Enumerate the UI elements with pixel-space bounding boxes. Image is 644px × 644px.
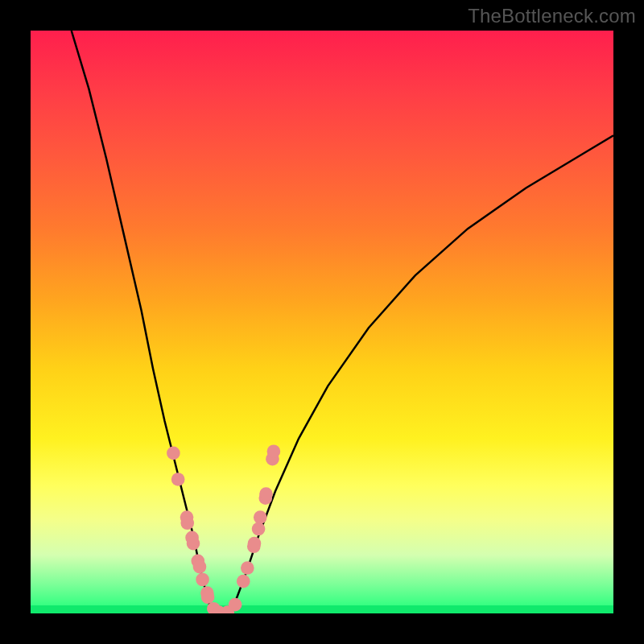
watermark-text: TheBottleneck.com [468, 5, 636, 27]
plot-area [31, 31, 613, 613]
dots-left [167, 447, 225, 613]
data-point [266, 452, 279, 466]
data-point [191, 555, 204, 568]
data-point [241, 561, 254, 575]
data-point [258, 491, 272, 505]
data-point [196, 573, 209, 587]
data-point [171, 473, 185, 486]
data-point [267, 444, 281, 458]
data-point [259, 487, 273, 501]
baseline-strip [31, 605, 613, 613]
data-point [185, 531, 199, 545]
data-point [180, 516, 194, 530]
data-point [247, 539, 261, 553]
curve-right [229, 135, 613, 613]
data-point [254, 510, 267, 524]
data-point [252, 522, 266, 536]
data-point [187, 537, 200, 551]
dots-right [221, 444, 280, 613]
data-point [193, 560, 207, 574]
data-point [237, 575, 250, 588]
chart-container: TheBottleneck.com [0, 0, 644, 644]
data-point [180, 510, 194, 524]
curve-layer [31, 31, 613, 613]
data-point [248, 537, 262, 551]
data-point [167, 447, 180, 460]
curve-left [72, 31, 214, 613]
data-point [200, 586, 214, 600]
data-point [201, 590, 215, 604]
